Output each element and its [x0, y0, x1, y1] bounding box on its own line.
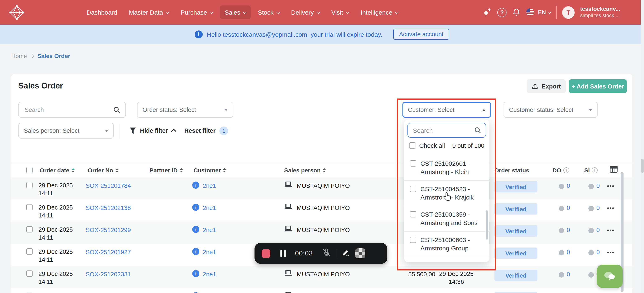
- updated-date: 29 Dec 2025: [438, 270, 475, 278]
- customer-option[interactable]: CST-251004523 - Armstrong - Krajcik: [404, 180, 489, 206]
- browser-scrollbar-thumb[interactable]: [641, 159, 644, 173]
- app-logo-icon[interactable]: [9, 5, 24, 20]
- help-icon[interactable]: ?: [498, 8, 507, 17]
- dropdown-scrollbar[interactable]: [486, 210, 488, 240]
- info-icon: i: [194, 30, 202, 38]
- customer-option[interactable]: CST-251001359 - Armstrong and Sons: [404, 206, 489, 231]
- sales-person-filter[interactable]: Sales person: Select: [18, 123, 114, 139]
- customer-link[interactable]: 2ne1: [203, 204, 216, 212]
- do-count[interactable]: 0: [567, 205, 570, 211]
- option-checkbox[interactable]: [410, 237, 416, 243]
- nav-item-intelligence[interactable]: Intelligence: [356, 5, 403, 19]
- add-sales-order-button[interactable]: + Add Sales Order: [569, 79, 627, 93]
- customer-link[interactable]: 2ne1: [203, 271, 216, 279]
- column-order-no[interactable]: Order No: [88, 162, 118, 178]
- info-icon[interactable]: i: [192, 292, 199, 293]
- language-selector[interactable]: EN: [526, 8, 551, 16]
- order-status-filter[interactable]: Order status: Select: [137, 102, 233, 118]
- dropdown-search-input[interactable]: [412, 126, 472, 134]
- customer-status-filter[interactable]: Customer status: Select: [504, 102, 598, 118]
- row-menu[interactable]: [607, 252, 614, 253]
- search-input[interactable]: [24, 106, 109, 113]
- order-no-link[interactable]: SOX-251202331: [86, 271, 131, 279]
- column-order-date[interactable]: Order date: [40, 162, 75, 178]
- info-icon[interactable]: i: [592, 167, 598, 173]
- si-count[interactable]: 0: [596, 249, 600, 256]
- check-all-checkbox[interactable]: [409, 142, 416, 149]
- user-info[interactable]: tesstockcanv... simpli tes stock ...: [580, 6, 620, 19]
- order-no-link[interactable]: SOX-251201784: [86, 182, 131, 190]
- sort-icon: [72, 168, 75, 172]
- column-sales-person[interactable]: Sales person: [284, 162, 326, 178]
- si-count[interactable]: 0: [596, 182, 600, 189]
- si-count[interactable]: 0: [596, 227, 600, 233]
- option-checkbox[interactable]: [410, 186, 416, 192]
- nav-item-delivery[interactable]: Delivery: [286, 5, 324, 19]
- customer-option[interactable]: CST-251002601 - Armstrong - Klein: [404, 155, 489, 180]
- column-partner-id[interactable]: Partner ID: [150, 162, 183, 178]
- row-checkbox[interactable]: [26, 182, 32, 188]
- nav-item-dashboard[interactable]: Dashboard: [82, 5, 122, 19]
- chat-widget-button[interactable]: [597, 265, 623, 288]
- row-menu[interactable]: [607, 230, 614, 231]
- nav-item-sales[interactable]: Sales: [220, 5, 251, 19]
- stop-recording-button[interactable]: [262, 249, 270, 258]
- breadcrumb-home[interactable]: Home: [11, 53, 27, 59]
- status-badge: Verified: [494, 181, 538, 192]
- reset-filter-button[interactable]: Reset filter 1: [184, 123, 228, 139]
- sparkles-icon[interactable]: [483, 8, 492, 17]
- row-menu[interactable]: [607, 207, 614, 209]
- export-button[interactable]: Export: [526, 79, 566, 93]
- do-count[interactable]: 0: [567, 249, 570, 256]
- dropdown-search-box[interactable]: [408, 123, 486, 138]
- select-all-checkbox[interactable]: [26, 167, 32, 173]
- option-checkbox[interactable]: [410, 211, 416, 218]
- draw-pen-icon[interactable]: [341, 248, 350, 258]
- hide-filter-button[interactable]: Hide filter: [130, 123, 176, 139]
- info-icon[interactable]: i: [192, 204, 199, 211]
- recorder-thumbnail[interactable]: [355, 248, 365, 258]
- customer-filter[interactable]: Customer: Select: [402, 102, 491, 118]
- apps-grid-icon[interactable]: [626, 8, 634, 16]
- customer-link[interactable]: 2ne1: [203, 248, 216, 256]
- activate-account-button[interactable]: Activate account: [393, 29, 450, 40]
- info-icon[interactable]: i: [563, 167, 569, 173]
- nav-item-master-data[interactable]: Master Data: [124, 5, 174, 19]
- do-count[interactable]: 0: [567, 182, 570, 189]
- customer-link[interactable]: 2ne1: [203, 182, 216, 190]
- nav-item-stock[interactable]: Stock: [253, 5, 284, 19]
- order-no-link[interactable]: SOX-251202138: [86, 204, 131, 212]
- info-icon[interactable]: i: [192, 226, 199, 233]
- column-do[interactable]: DOi: [552, 162, 569, 178]
- column-si[interactable]: SIi: [584, 162, 598, 178]
- si-count[interactable]: 0: [596, 205, 600, 211]
- microphone-muted-icon[interactable]: [322, 248, 331, 259]
- nav-item-purchase[interactable]: Purchase: [176, 5, 218, 19]
- status-badge: Verified: [494, 248, 538, 259]
- order-no-link[interactable]: SOX-251201299: [86, 226, 131, 234]
- notification-bell-icon[interactable]: [512, 8, 521, 17]
- do-count[interactable]: 0: [567, 271, 570, 278]
- row-checkbox[interactable]: [26, 204, 32, 210]
- column-settings-icon[interactable]: [610, 166, 618, 174]
- column-customer[interactable]: Customer: [194, 162, 226, 178]
- customer-option[interactable]: CST-251000603 - Armstrong Group: [404, 231, 489, 257]
- row-menu[interactable]: [607, 185, 614, 187]
- pause-recording-button[interactable]: [280, 250, 286, 257]
- status-badge: Verified: [494, 225, 538, 237]
- avatar[interactable]: T: [562, 6, 575, 18]
- info-icon[interactable]: i: [192, 270, 199, 277]
- row-checkbox[interactable]: [26, 226, 32, 233]
- search-box[interactable]: [18, 102, 126, 118]
- do-count[interactable]: 0: [567, 227, 570, 233]
- check-all-row[interactable]: Check all 0 out of 100: [409, 142, 484, 149]
- info-icon[interactable]: i: [192, 182, 199, 189]
- option-checkbox[interactable]: [410, 160, 416, 167]
- browser-scrollbar-track[interactable]: [641, 0, 644, 293]
- row-checkbox[interactable]: [26, 248, 32, 255]
- row-checkbox[interactable]: [26, 271, 32, 277]
- info-icon[interactable]: i: [192, 248, 199, 255]
- customer-link[interactable]: 2ne1: [203, 226, 216, 234]
- order-no-link[interactable]: SOX-251201927: [86, 248, 131, 256]
- nav-item-visit[interactable]: Visit: [326, 5, 353, 19]
